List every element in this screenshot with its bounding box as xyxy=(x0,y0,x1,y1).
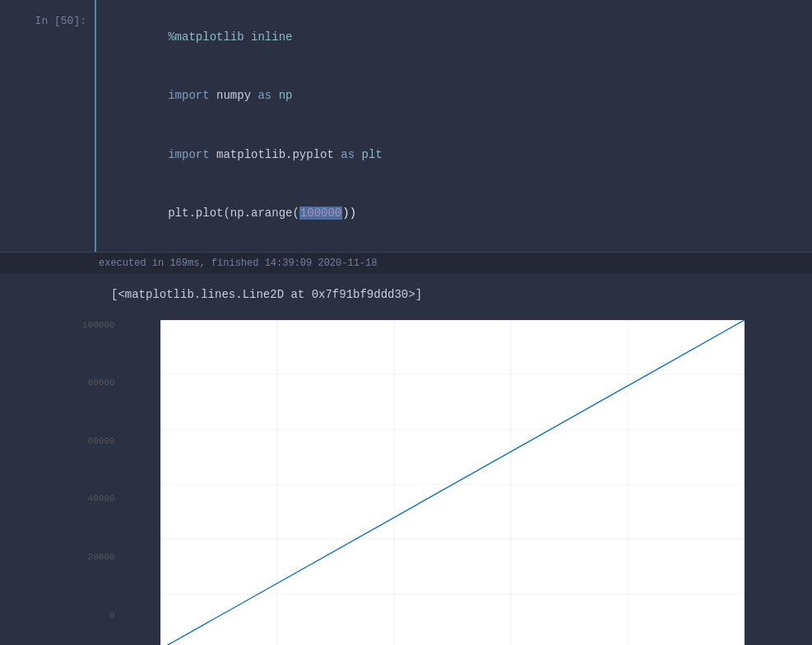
notebook: In [50]: %matplotlib inline import numpy… xyxy=(0,0,812,645)
code-cell: In [50]: %matplotlib inline import numpy… xyxy=(0,0,812,252)
magic-command: %matplotlib inline xyxy=(168,30,292,44)
output-gutter xyxy=(0,274,95,645)
execution-info: executed in 169ms, finished 14:39:09 202… xyxy=(99,258,377,269)
code-line-1: %matplotlib inline xyxy=(113,8,800,67)
y-label-0: 0 xyxy=(109,610,115,620)
code-line-2: import numpy as np xyxy=(113,67,800,125)
keyword-as-1: as xyxy=(258,89,278,102)
input-label: In [50]: xyxy=(35,15,86,27)
keyword-import-1: import xyxy=(168,89,216,102)
cell-input-label: In [50]: xyxy=(0,0,95,252)
y-label-80000: 80000 xyxy=(88,378,115,387)
alias-np: np xyxy=(279,89,293,102)
output-section: [<matplotlib.lines.Line2D at 0x7f91bf9dd… xyxy=(0,274,812,645)
y-label-100000: 100000 xyxy=(82,320,115,330)
alias-plt: plt xyxy=(361,148,382,161)
chart-wrapper: 100000 80000 60000 40000 20000 0 xyxy=(136,320,720,645)
y-label-40000: 40000 xyxy=(88,494,115,503)
cell-code-content[interactable]: %matplotlib inline import numpy as np im… xyxy=(95,0,812,252)
module-matplotlib: matplotlib.pyplot xyxy=(216,148,341,161)
output-text: [<matplotlib.lines.Line2D at 0x7f91bf9dd… xyxy=(111,286,800,304)
y-label-60000: 60000 xyxy=(88,436,115,446)
function-call: plt.plot(np.arange( xyxy=(168,206,299,220)
keyword-import-2: import xyxy=(168,148,216,161)
chart-svg xyxy=(160,320,745,645)
y-label-20000: 20000 xyxy=(88,552,115,562)
code-line-4: plt.plot(np.arange(100000)) xyxy=(113,184,800,243)
keyword-as-2: as xyxy=(341,148,361,161)
y-axis-labels: 100000 80000 60000 40000 20000 0 xyxy=(82,320,115,620)
closing-parens: )) xyxy=(342,206,356,220)
number-literal: 100000 xyxy=(299,206,342,220)
module-numpy: numpy xyxy=(216,89,258,102)
execution-bar: executed in 169ms, finished 14:39:09 202… xyxy=(0,252,812,274)
code-line-3: import matplotlib.pyplot as plt xyxy=(113,126,800,184)
chart-area xyxy=(160,320,745,645)
output-content: [<matplotlib.lines.Line2D at 0x7f91bf9dd… xyxy=(95,274,812,645)
